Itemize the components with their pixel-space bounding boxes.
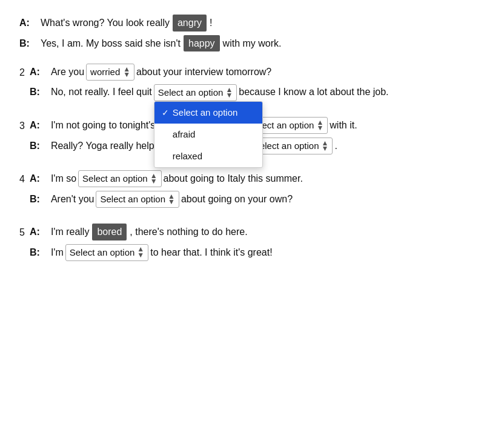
- filled-answer-happy: happy: [184, 35, 220, 52]
- select-arrow-icon: ▲▼: [137, 247, 144, 258]
- speaker-label: A:: [19, 15, 36, 31]
- text-segment: about your interview tomorrow?: [136, 64, 271, 80]
- text-segment: with my work.: [223, 36, 282, 51]
- text-segment: about going to Italy this summer.: [164, 171, 303, 187]
- line-1b: B: Yes, I am. My boss said she isn't hap…: [19, 35, 485, 52]
- speaker-label: B:: [30, 245, 47, 260]
- select-q5b-wrapper: Select an option ▲▼: [65, 244, 148, 261]
- select-q4b-value: Select an option: [100, 192, 165, 207]
- select-q5b[interactable]: Select an option ▲▼: [65, 244, 148, 261]
- text-segment: What's wrong? You look really: [41, 15, 170, 31]
- speaker-label: A:: [30, 171, 47, 187]
- filled-answer-angry: angry: [173, 15, 207, 31]
- exercise-number-2: 2: [19, 64, 25, 105]
- line-4b: B: Aren't you Select an option ▲▼ about …: [30, 191, 485, 208]
- dropdown-item-label: relaxed: [173, 149, 202, 164]
- select-q2a-wrapper: worried ▲▼: [86, 64, 134, 81]
- dropdown-q2b: ✓ Select an option ✓ afraid ✓ relaxed: [154, 101, 263, 168]
- speaker-label: B:: [30, 84, 47, 100]
- dropdown-item-relaxed[interactable]: ✓ relaxed: [154, 145, 262, 167]
- text-segment: with it.: [330, 118, 357, 133]
- dropdown-item-afraid[interactable]: ✓ afraid: [154, 124, 262, 145]
- dropdown-item-label: afraid: [173, 127, 196, 142]
- text-segment: No, not really. I feel quit: [51, 84, 152, 100]
- line-1a: A: What's wrong? You look really angry !: [19, 15, 485, 31]
- text-segment: I'm really: [51, 224, 90, 240]
- select-q4b[interactable]: Select an option ▲▼: [96, 191, 179, 208]
- select-q2b[interactable]: Select an option ▲▼: [154, 84, 237, 101]
- select-q3b-value: Select an option: [254, 139, 319, 153]
- text-segment: Are you: [51, 64, 84, 80]
- text-segment: I'm so: [51, 171, 76, 187]
- select-arrow-icon: ▲▼: [168, 194, 175, 205]
- text-segment: I'm: [51, 245, 64, 260]
- text-segment: to hear that. I think it's great!: [150, 245, 272, 260]
- line-5a: A: I'm really bored , there's nothing to…: [30, 224, 485, 240]
- exercise-number-4: 4: [19, 170, 25, 211]
- select-q2b-wrapper: Select an option ▲▼ ✓ Select an option ✓…: [154, 84, 237, 101]
- select-q2a-value: worried: [90, 65, 121, 79]
- speaker-label: B:: [30, 191, 47, 207]
- check-icon: ✓: [162, 106, 169, 119]
- text-segment: about going on your own?: [181, 191, 293, 207]
- text-segment: Aren't you: [51, 191, 94, 207]
- text-segment: Yes, I am. My boss said she isn't: [41, 36, 181, 51]
- select-arrow-icon: ▲▼: [322, 141, 329, 152]
- text-segment: because I know a lot about the job.: [239, 84, 388, 100]
- exercise-number-3: 3: [19, 117, 25, 158]
- dropdown-item-select-option[interactable]: ✓ Select an option: [154, 102, 262, 124]
- line-4a: A: I'm so Select an option ▲▼ about goin…: [30, 170, 485, 187]
- speaker-label: B:: [30, 138, 47, 154]
- select-q4a-value: Select an option: [82, 171, 148, 186]
- select-q2a[interactable]: worried ▲▼: [86, 64, 134, 81]
- select-arrow-icon: ▲▼: [150, 173, 158, 185]
- text-segment: !: [210, 15, 212, 31]
- text-segment: , there's nothing to do here.: [130, 224, 247, 240]
- line-2a: A: Are you worried ▲▼ about your intervi…: [30, 64, 485, 81]
- line-2b: B: No, not really. I feel quit Select an…: [30, 84, 485, 101]
- dropdown-item-label: Select an option: [173, 105, 238, 120]
- select-q4b-wrapper: Select an option ▲▼: [96, 191, 179, 208]
- exercise-number-5: 5: [19, 224, 25, 265]
- speaker-label: A:: [30, 64, 47, 80]
- select-arrow-icon: ▲▼: [123, 67, 130, 78]
- line-5b: B: I'm Select an option ▲▼ to hear that.…: [30, 244, 485, 261]
- select-arrow-icon: ▲▼: [316, 120, 323, 131]
- select-q4a-wrapper: Select an option ▲▼: [78, 170, 161, 187]
- select-q4a[interactable]: Select an option ▲▼: [78, 170, 161, 187]
- speaker-label: A:: [30, 118, 47, 133]
- filled-answer-bored: bored: [92, 224, 127, 240]
- text-segment: .: [334, 138, 337, 154]
- speaker-label: B:: [19, 36, 36, 51]
- speaker-label: A:: [30, 224, 47, 240]
- select-q2b-value: Select an option: [158, 85, 224, 100]
- select-arrow-icon: ▲▼: [225, 87, 233, 99]
- select-q5b-value: Select an option: [70, 245, 135, 260]
